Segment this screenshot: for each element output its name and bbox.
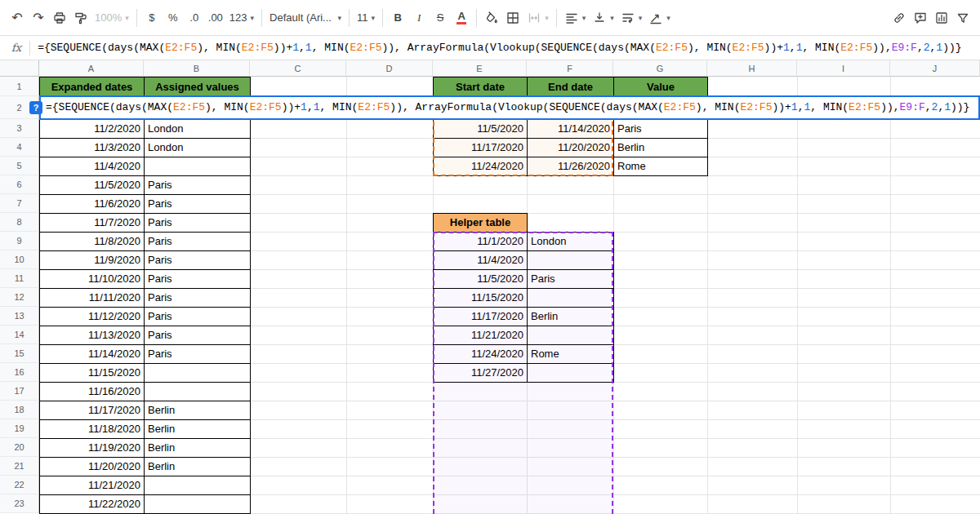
row-header-5[interactable]: 5 xyxy=(0,157,39,175)
insert-link-button[interactable] xyxy=(889,7,910,29)
row-header-22[interactable]: 22 xyxy=(0,476,39,494)
cell-E15[interactable]: 11/24/2020 xyxy=(433,344,528,364)
cell-E14[interactable]: 11/21/2020 xyxy=(433,326,528,345)
row-header-18[interactable]: 18 xyxy=(0,401,39,419)
cell-A13[interactable]: 11/12/2020 xyxy=(39,307,145,326)
row-header-12[interactable]: 12 xyxy=(0,288,39,307)
cell-G4[interactable]: Berlin xyxy=(613,138,708,157)
cell-A7[interactable]: 11/6/2020 xyxy=(39,194,145,214)
cell-G1[interactable]: Value xyxy=(613,77,708,97)
col-header-F[interactable]: F xyxy=(527,60,613,77)
zoom-select[interactable]: 100% ▾ xyxy=(91,7,132,29)
cell-B22[interactable] xyxy=(144,476,251,495)
cell-G3[interactable]: Paris xyxy=(613,119,708,139)
horizontal-align-button[interactable]: ▾ xyxy=(561,7,590,29)
create-filter-button[interactable] xyxy=(952,7,973,29)
cell-F12[interactable] xyxy=(527,288,614,308)
cell-A20[interactable]: 11/19/2020 xyxy=(39,438,145,458)
cell-A14[interactable]: 11/13/2020 xyxy=(39,326,145,345)
row-header-8[interactable]: 8 xyxy=(0,213,39,232)
print-button[interactable] xyxy=(49,7,70,29)
cell-A18[interactable]: 11/17/2020 xyxy=(39,401,145,420)
vertical-align-button[interactable]: ▾ xyxy=(589,7,617,29)
format-percent-button[interactable]: % xyxy=(163,7,184,29)
cell-E12[interactable]: 11/15/2020 xyxy=(433,288,528,308)
formula-input[interactable]: ={SEQUENCE(days(MAX(E2:F5), MIN(E2:F5))+… xyxy=(38,42,980,54)
cell-E16[interactable]: 11/27/2020 xyxy=(433,363,528,383)
col-header-I[interactable]: I xyxy=(797,60,890,77)
cell-B5[interactable] xyxy=(144,157,251,176)
cell-A12[interactable]: 11/11/2020 xyxy=(39,288,145,308)
cell-B3[interactable]: London xyxy=(144,119,251,139)
text-wrap-button[interactable]: ▾ xyxy=(617,7,646,29)
cell-F13[interactable]: Berlin xyxy=(527,307,614,326)
cell-F15[interactable]: Rome xyxy=(527,344,614,364)
cell-A10[interactable]: 11/9/2020 xyxy=(39,250,145,270)
cell-A5[interactable]: 11/4/2020 xyxy=(39,157,145,176)
cell-A6[interactable]: 11/5/2020 xyxy=(39,175,145,195)
col-header-B[interactable]: B xyxy=(144,60,250,77)
cell-B12[interactable]: Paris xyxy=(144,288,251,308)
cell-E10[interactable]: 11/4/2020 xyxy=(433,250,528,270)
col-header-G[interactable]: G xyxy=(613,60,707,77)
row-header-10[interactable]: 10 xyxy=(0,250,39,269)
row-header-7[interactable]: 7 xyxy=(0,194,39,213)
format-currency-button[interactable]: $ xyxy=(141,7,163,29)
formula-help-badge[interactable]: ? xyxy=(29,101,42,114)
cell-B4[interactable]: London xyxy=(144,138,251,157)
undo-button[interactable]: ↶ xyxy=(7,7,28,29)
text-color-button[interactable]: A xyxy=(451,7,472,29)
row-header-16[interactable]: 16 xyxy=(0,363,39,382)
font-family-select[interactable]: Default (Ari... ▾ xyxy=(266,7,345,29)
col-header-C[interactable]: C xyxy=(250,60,346,77)
merge-cells-button[interactable]: ▾ xyxy=(523,7,552,29)
sheet-corner[interactable] xyxy=(0,60,39,77)
decrease-decimals-button[interactable]: .0 xyxy=(184,7,205,29)
cell-B15[interactable]: Paris xyxy=(144,344,251,364)
redo-button[interactable]: ↷ xyxy=(28,7,49,29)
italic-button[interactable]: I xyxy=(408,7,430,29)
row-header-1[interactable]: 1 xyxy=(0,77,39,96)
cell-B10[interactable]: Paris xyxy=(144,250,251,270)
row-header-6[interactable]: 6 xyxy=(0,175,39,194)
col-header-A[interactable]: A xyxy=(39,60,144,77)
cell-B18[interactable]: Berlin xyxy=(144,401,251,420)
cell-A1[interactable]: Expanded dates xyxy=(39,77,145,97)
cell-A17[interactable]: 11/16/2020 xyxy=(39,382,145,401)
paint-format-button[interactable] xyxy=(70,7,91,29)
col-header-J[interactable]: J xyxy=(890,60,980,77)
cell-E9[interactable]: 11/1/2020 xyxy=(433,232,528,251)
cell-B13[interactable]: Paris xyxy=(144,307,251,326)
row-header-19[interactable]: 19 xyxy=(0,419,39,438)
cell-E5[interactable]: 11/24/2020 xyxy=(433,157,528,176)
row-header-9[interactable]: 9 xyxy=(0,232,39,250)
row-header-20[interactable]: 20 xyxy=(0,438,39,457)
cell-B7[interactable]: Paris xyxy=(144,194,251,214)
cell-A15[interactable]: 11/14/2020 xyxy=(39,344,145,364)
bold-button[interactable]: B xyxy=(387,7,408,29)
cell-E13[interactable]: 11/17/2020 xyxy=(433,307,528,326)
cell-B9[interactable]: Paris xyxy=(144,232,251,251)
increase-decimals-button[interactable]: .00 xyxy=(205,7,226,29)
cell-A23[interactable]: 11/22/2020 xyxy=(39,494,145,514)
fill-color-button[interactable] xyxy=(481,7,502,29)
col-header-E[interactable]: E xyxy=(433,60,527,77)
cell-B14[interactable]: Paris xyxy=(144,326,251,345)
strikethrough-button[interactable]: S xyxy=(430,7,451,29)
cell-F9[interactable]: London xyxy=(527,232,614,251)
cell-F1[interactable]: End date xyxy=(527,77,614,97)
row-header-21[interactable]: 21 xyxy=(0,457,39,476)
cell-B8[interactable]: Paris xyxy=(144,213,251,233)
row-header-17[interactable]: 17 xyxy=(0,382,39,401)
cell-A3[interactable]: 11/2/2020 xyxy=(39,119,145,139)
cell-editor[interactable]: ={SEQUENCE(days(MAX(E2:F5), MIN(E2:F5))+… xyxy=(39,95,980,120)
insert-chart-button[interactable] xyxy=(931,7,952,29)
cell-E8[interactable]: Helper table xyxy=(433,213,528,233)
cell-B19[interactable]: Berlin xyxy=(144,419,251,439)
cell-G5[interactable]: Rome xyxy=(613,157,708,176)
row-header-13[interactable]: 13 xyxy=(0,307,39,326)
row-header-11[interactable]: 11 xyxy=(0,269,39,288)
cell-A16[interactable]: 11/15/2020 xyxy=(39,363,145,383)
cell-F16[interactable] xyxy=(527,363,614,383)
col-header-D[interactable]: D xyxy=(346,60,433,77)
